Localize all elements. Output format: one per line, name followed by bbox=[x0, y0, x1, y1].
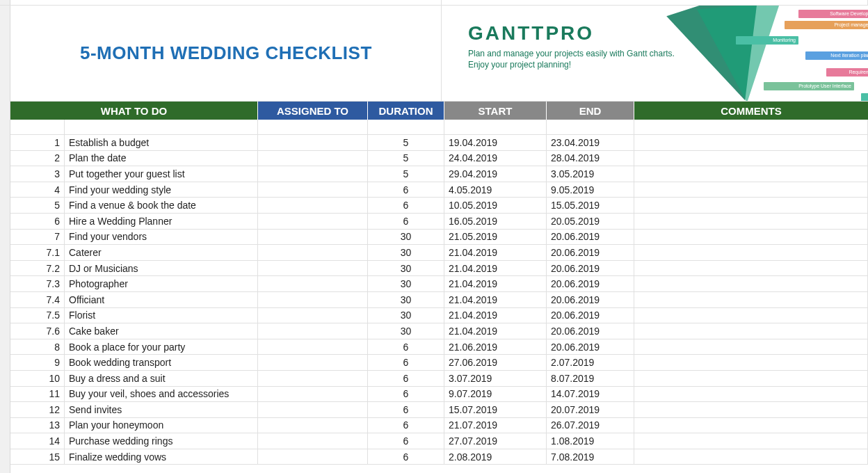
cell-start[interactable]: 4.05.2019 bbox=[444, 182, 547, 198]
cell-comments[interactable] bbox=[634, 402, 868, 418]
table-row[interactable]: 1Establish a budget519.04.201923.04.2019 bbox=[10, 135, 868, 151]
cell-end[interactable]: 20.06.2019 bbox=[547, 339, 634, 355]
header-start[interactable]: START bbox=[444, 102, 547, 120]
cell-task[interactable]: Book a place for your party bbox=[65, 339, 258, 355]
cell-task[interactable]: Plan your honeymoon bbox=[65, 418, 258, 434]
header-assigned-to[interactable]: ASSIGNED TO bbox=[258, 102, 368, 120]
cell-end[interactable]: 20.06.2019 bbox=[547, 245, 634, 261]
cell-task[interactable]: DJ or Musicians bbox=[65, 261, 258, 277]
table-row[interactable]: 8Book a place for your party621.06.20192… bbox=[10, 339, 868, 355]
cell-comments[interactable] bbox=[634, 135, 868, 151]
table-row[interactable]: 7.4Officiant3021.04.201920.06.2019 bbox=[10, 292, 868, 308]
cell-assigned[interactable] bbox=[258, 276, 368, 292]
cell-assigned[interactable] bbox=[258, 135, 368, 151]
cell-task[interactable]: Officiant bbox=[65, 292, 258, 308]
cell-number[interactable]: 5 bbox=[10, 198, 65, 214]
cell-number[interactable]: 7.5 bbox=[10, 308, 65, 324]
cell-task[interactable]: Put together your guest list bbox=[65, 166, 258, 182]
cell-start[interactable]: 21.04.2019 bbox=[444, 292, 547, 308]
cell-number[interactable]: 2 bbox=[10, 151, 65, 167]
table-row[interactable]: 12Send invites615.07.201920.07.2019 bbox=[10, 402, 868, 418]
cell-duration[interactable]: 6 bbox=[368, 402, 444, 418]
cell-start[interactable]: 24.04.2019 bbox=[444, 151, 547, 167]
cell-end[interactable]: 15.05.2019 bbox=[547, 198, 634, 214]
cell-end[interactable]: 20.06.2019 bbox=[547, 323, 634, 339]
cell-number[interactable]: 12 bbox=[10, 402, 65, 418]
cell-assigned[interactable] bbox=[258, 182, 368, 198]
cell-number[interactable]: 1 bbox=[10, 135, 65, 151]
cell-task[interactable]: Florist bbox=[65, 308, 258, 324]
cell-end[interactable]: 20.06.2019 bbox=[547, 276, 634, 292]
cell-end[interactable]: 20.06.2019 bbox=[547, 230, 634, 246]
cell-comments[interactable] bbox=[634, 182, 868, 198]
cell-start[interactable]: 21.05.2019 bbox=[444, 230, 547, 246]
cell-comments[interactable] bbox=[634, 151, 868, 167]
cell-assigned[interactable] bbox=[258, 449, 368, 465]
cell-end[interactable]: 2.07.2019 bbox=[547, 355, 634, 371]
cell-end[interactable]: 1.08.2019 bbox=[547, 433, 634, 449]
cell-task[interactable]: Find your wedding style bbox=[65, 182, 258, 198]
cell-assigned[interactable] bbox=[258, 292, 368, 308]
cell-duration[interactable]: 6 bbox=[368, 355, 444, 371]
cell-task[interactable]: Establish a budget bbox=[65, 135, 258, 151]
cell-task[interactable]: Photographer bbox=[65, 276, 258, 292]
cell-task[interactable]: Caterer bbox=[65, 245, 258, 261]
cell-end[interactable]: 20.05.2019 bbox=[547, 214, 634, 230]
cell-end[interactable]: 20.06.2019 bbox=[547, 261, 634, 277]
cell-assigned[interactable] bbox=[258, 387, 368, 403]
cell-duration[interactable]: 5 bbox=[368, 151, 444, 167]
cell-start[interactable]: 16.05.2019 bbox=[444, 214, 547, 230]
cell-duration[interactable]: 5 bbox=[368, 166, 444, 182]
cell-assigned[interactable] bbox=[258, 355, 368, 371]
cell-start[interactable]: 27.06.2019 bbox=[444, 355, 547, 371]
cell-comments[interactable] bbox=[634, 355, 868, 371]
cell-task[interactable]: Plan the date bbox=[65, 151, 258, 167]
cell-assigned[interactable] bbox=[258, 261, 368, 277]
cell-comments[interactable] bbox=[634, 433, 868, 449]
cell-duration[interactable]: 30 bbox=[368, 308, 444, 324]
cell-start[interactable]: 2.08.2019 bbox=[444, 449, 547, 465]
header-what-to-do[interactable]: WHAT TO DO bbox=[10, 102, 258, 120]
cell-task[interactable]: Finalize wedding vows bbox=[65, 449, 258, 465]
cell-number[interactable]: 9 bbox=[10, 355, 65, 371]
cell-duration[interactable]: 6 bbox=[368, 214, 444, 230]
cell-task[interactable]: Buy a dress and a suit bbox=[65, 371, 258, 387]
cell-comments[interactable] bbox=[634, 339, 868, 355]
cell-task[interactable]: Cake baker bbox=[65, 323, 258, 339]
cell-number[interactable]: 7.4 bbox=[10, 292, 65, 308]
cell-end[interactable]: 14.07.2019 bbox=[547, 387, 634, 403]
cell-assigned[interactable] bbox=[258, 245, 368, 261]
cell-duration[interactable]: 6 bbox=[368, 339, 444, 355]
cell-duration[interactable]: 6 bbox=[368, 182, 444, 198]
cell-number[interactable]: 7 bbox=[10, 230, 65, 246]
cell-start[interactable]: 21.04.2019 bbox=[444, 308, 547, 324]
cell-start[interactable]: 21.04.2019 bbox=[444, 276, 547, 292]
cell-comments[interactable] bbox=[634, 276, 868, 292]
cell-comments[interactable] bbox=[634, 308, 868, 324]
table-row[interactable]: 3Put together your guest list529.04.2019… bbox=[10, 166, 868, 182]
cell-comments[interactable] bbox=[634, 292, 868, 308]
table-row[interactable]: 4Find your wedding style64.05.20199.05.2… bbox=[10, 182, 868, 198]
cell-comments[interactable] bbox=[634, 214, 868, 230]
cell-comments[interactable] bbox=[634, 371, 868, 387]
cell-assigned[interactable] bbox=[258, 230, 368, 246]
cell-assigned[interactable] bbox=[258, 151, 368, 167]
table-row[interactable]: 11Buy your veil, shoes and accessories69… bbox=[10, 387, 868, 403]
table-row[interactable]: 7.3Photographer3021.04.201920.06.2019 bbox=[10, 276, 868, 292]
header-end[interactable]: END bbox=[547, 102, 634, 120]
cell-task[interactable]: Find your vendors bbox=[65, 230, 258, 246]
cell-comments[interactable] bbox=[634, 323, 868, 339]
table-row[interactable]: 10Buy a dress and a suit63.07.20198.07.2… bbox=[10, 371, 868, 387]
cell-number[interactable]: 4 bbox=[10, 182, 65, 198]
cell-duration[interactable]: 5 bbox=[368, 135, 444, 151]
cell-assigned[interactable] bbox=[258, 214, 368, 230]
cell-start[interactable]: 3.07.2019 bbox=[444, 371, 547, 387]
cell-number[interactable]: 14 bbox=[10, 433, 65, 449]
cell-start[interactable]: 21.07.2019 bbox=[444, 418, 547, 434]
cell-number[interactable]: 13 bbox=[10, 418, 65, 434]
table-row[interactable]: 7Find your vendors3021.05.201920.06.2019 bbox=[10, 230, 868, 246]
table-row[interactable]: 2Plan the date524.04.201928.04.2019 bbox=[10, 151, 868, 167]
cell-end[interactable]: 3.05.2019 bbox=[547, 166, 634, 182]
cell-start[interactable]: 10.05.2019 bbox=[444, 198, 547, 214]
header-duration[interactable]: DURATION bbox=[368, 102, 444, 120]
